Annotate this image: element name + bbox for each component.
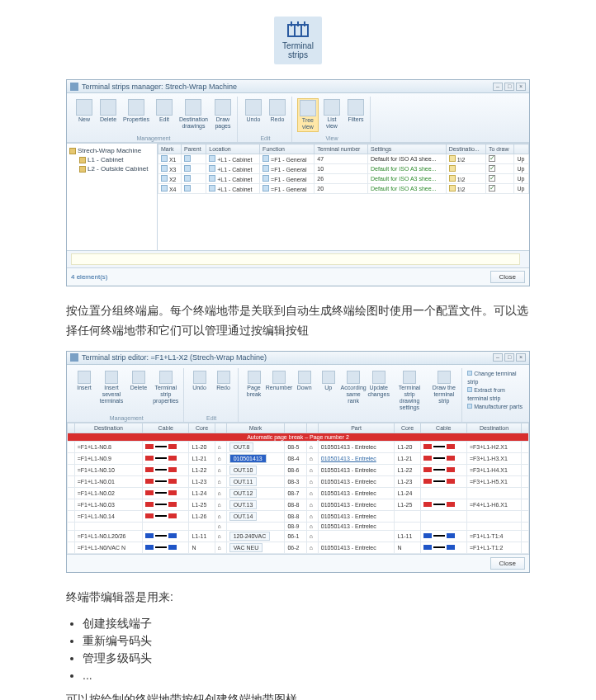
ribbon-side-link[interactable]: Manufacturer parts — [467, 403, 523, 411]
ribbon-side-link[interactable]: Extract from terminal strip — [467, 386, 523, 403]
terminal-strip-editor-window: Terminal strip editor: =F1+L1-X2 (Strech… — [66, 351, 530, 573]
editor-ribbon: InsertInsert severalterminalsDeleteTermi… — [67, 365, 529, 423]
ribbon-draw-the-terminal-strip[interactable]: Draw theterminal strip — [429, 370, 458, 412]
table-row[interactable]: =F1+L1-N0.01L1-23⌂OUT.1108-3⌂010501413 -… — [68, 475, 529, 487]
manager-title: Terminal strips manager: Strech-Wrap Mac… — [82, 83, 237, 91]
minimize-button[interactable]: – — [493, 83, 503, 91]
ribbon-redo[interactable]: Redo — [267, 98, 288, 132]
top-terminal-icon-block: Terminalstrips — [66, 17, 530, 64]
list-item: 重新编号码头 — [83, 634, 530, 649]
ribbon-destination-drawings[interactable]: Destinationdrawings — [177, 98, 210, 132]
table-row[interactable]: =F1+L1-N0.14L1-26⌂OUT.1408-8⌂010501413 -… — [68, 510, 529, 522]
bullet-list: 创建接线端子 重新编号码头 管理多级码头 ... — [83, 617, 530, 682]
ribbon-redo[interactable]: Redo — [213, 370, 234, 412]
ribbon-update-changes[interactable]: Updatechanges — [368, 370, 390, 412]
table-row[interactable]: =F1+L1-N0.03L1-25⌂OUT.1308-8⌂010501413 -… — [68, 499, 529, 510]
ribbon-insert[interactable]: Insert — [73, 370, 95, 412]
editor-title: Terminal strip editor: =F1+L1-X2 (Strech… — [82, 353, 267, 362]
table-row[interactable]: =F1+L1-N0.L20/26L1-11⌂120-240VAC06-1⌂L1-… — [68, 530, 529, 542]
ribbon-side-link[interactable]: Change terminal strip — [467, 370, 523, 386]
ribbon-delete[interactable]: Delete — [97, 98, 119, 132]
paragraph-2: 终端带编辑器是用来: — [66, 588, 530, 608]
maximize-button[interactable]: □ — [504, 83, 514, 91]
table-row[interactable]: X4 +L1 - Cabinet =F1 - General20Default … — [158, 184, 529, 194]
editor-close-button[interactable]: Close — [490, 557, 525, 570]
ribbon-terminal-strip-properties[interactable]: Terminal stripproperties — [152, 370, 180, 412]
maximize-button[interactable]: □ — [504, 353, 514, 362]
svg-rect-0 — [288, 25, 308, 36]
close-button[interactable]: × — [516, 353, 526, 362]
editor-grid[interactable]: DestinationCableCoreMarkPartCoreCableDes… — [67, 423, 529, 554]
table-row[interactable]: =F1+L1-N0.8L1-20⌂OUT.808-5⌂010501413 - E… — [68, 441, 529, 452]
ribbon-filters[interactable]: Filters — [345, 98, 367, 132]
table-row[interactable]: =F1+L1-N0.02L1-24⌂OUT.1208-7⌂010501413 -… — [68, 487, 529, 499]
ribbon-properties[interactable]: Properties — [121, 98, 151, 132]
list-item: ... — [83, 669, 530, 682]
ribbon-delete[interactable]: Delete — [128, 370, 149, 412]
manager-footer: 4 element(s) Close — [67, 267, 529, 286]
tree-item[interactable]: L1 - Cabinet — [88, 156, 124, 163]
manager-titlebar: Terminal strips manager: Strech-Wrap Mac… — [67, 80, 529, 93]
ribbon-terminal-strip-drawing-settings[interactable]: Terminal stripdrawing settings — [392, 370, 428, 412]
ribbon-insert-several-terminals[interactable]: Insert severalterminals — [97, 370, 125, 412]
manager-close-button[interactable]: Close — [490, 271, 525, 283]
tree-item[interactable]: L2 - Outside Cabinet — [88, 165, 148, 173]
ribbon-renumber[interactable]: Renumber — [267, 370, 291, 412]
ribbon-edit[interactable]: Edit — [154, 98, 175, 132]
ribbon-new[interactable]: New — [73, 98, 95, 132]
ribbon-undo[interactable]: Undo — [189, 370, 210, 412]
ribbon-undo[interactable]: Undo — [243, 98, 264, 132]
table-row[interactable]: =F1+L1-N0.10L1-22⌂OUT.1008-6⌂010501413 -… — [68, 464, 529, 475]
terminal-strips-manager-window: Terminal strips manager: Strech-Wrap Mac… — [66, 79, 530, 286]
manager-input-row — [67, 250, 529, 267]
terminal-strips-label: Terminalstrips — [282, 41, 314, 59]
ribbon-up[interactable]: Up — [318, 370, 339, 412]
ribbon-list-view[interactable]: Listview — [321, 98, 343, 132]
manager-tree[interactable]: Strech-Wrap Machine L1 - Cabinet L2 - Ou… — [67, 144, 158, 250]
ribbon-page-break[interactable]: Pagebreak — [244, 370, 265, 412]
list-item: 创建接线端子 — [83, 617, 530, 631]
editor-footer: Close — [67, 554, 529, 572]
close-button[interactable]: × — [516, 83, 526, 91]
table-row[interactable]: X1 +L1 - Cabinet =F1 - General47Default … — [158, 154, 529, 164]
ribbon-draw-pages[interactable]: Drawpages — [212, 98, 234, 132]
ribbon-down[interactable]: Down — [294, 370, 315, 412]
table-row[interactable]: X3 +L1 - Cabinet =F1 - General10Default … — [158, 164, 529, 174]
manager-grid[interactable]: MarkParentLocationFunctionTerminal numbe… — [158, 144, 529, 250]
ribbon-according-same-rank[interactable]: Accordingsame rank — [342, 370, 366, 412]
element-count: 4 element(s) — [71, 273, 107, 281]
paragraph-3: 可以按绘制的终端地带按钮创建终端地带图样. — [66, 690, 530, 700]
editor-titlebar: Terminal strip editor: =F1+L1-X2 (Strech… — [67, 352, 529, 365]
window-icon — [70, 353, 78, 362]
table-row[interactable]: =F1+L1-N0.9L1-21⌂01050141308-4⌂010501413… — [68, 452, 529, 464]
terminal-strips-glyph — [286, 21, 310, 40]
filter-input[interactable] — [71, 253, 520, 265]
terminal-strips-icon[interactable]: Terminalstrips — [274, 17, 322, 64]
list-item: 管理多级码头 — [83, 651, 530, 666]
window-icon — [70, 83, 78, 91]
table-row[interactable]: ⌂08-9⌂010501413 - Entrelec — [68, 522, 529, 530]
tree-root[interactable]: Strech-Wrap Machine — [78, 147, 141, 154]
paragraph-1: 按位置分组终端扁。每个终端地带是关联到自动生成终端绘图时使用一个配置文件。可以选… — [66, 301, 530, 341]
manager-ribbon: NewDeletePropertiesEditDestinationdrawin… — [67, 93, 529, 143]
table-row[interactable]: =F1+L1-N0/VAC NN⌂VAC NEU06-2⌂010501413 -… — [68, 542, 529, 553]
minimize-button[interactable]: – — [493, 353, 503, 362]
ribbon-tree-view[interactable]: Treeview — [297, 98, 319, 132]
table-row[interactable]: X2 +L1 - Cabinet =F1 - General26Default … — [158, 174, 529, 184]
